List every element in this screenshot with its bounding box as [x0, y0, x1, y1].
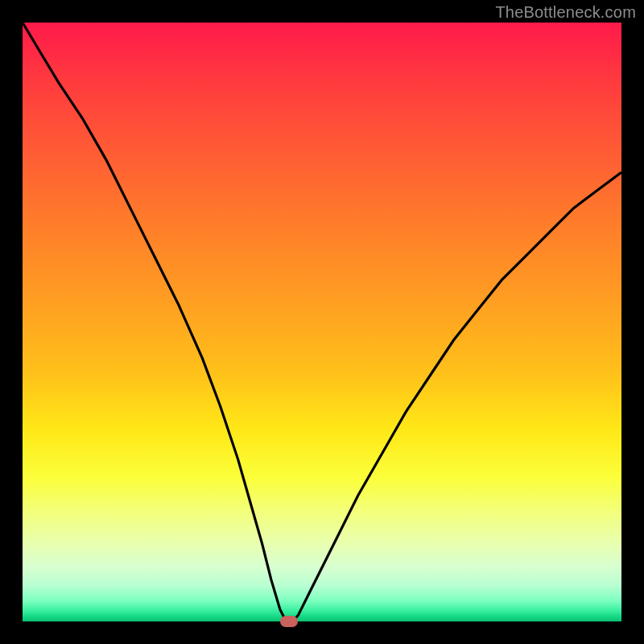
- bottleneck-curve: [23, 23, 621, 621]
- optimal-marker: [280, 616, 298, 627]
- chart-frame: TheBottleneck.com: [0, 0, 644, 644]
- plot-area: [23, 23, 621, 621]
- watermark-text: TheBottleneck.com: [495, 3, 636, 22]
- curve-path: [23, 23, 621, 621]
